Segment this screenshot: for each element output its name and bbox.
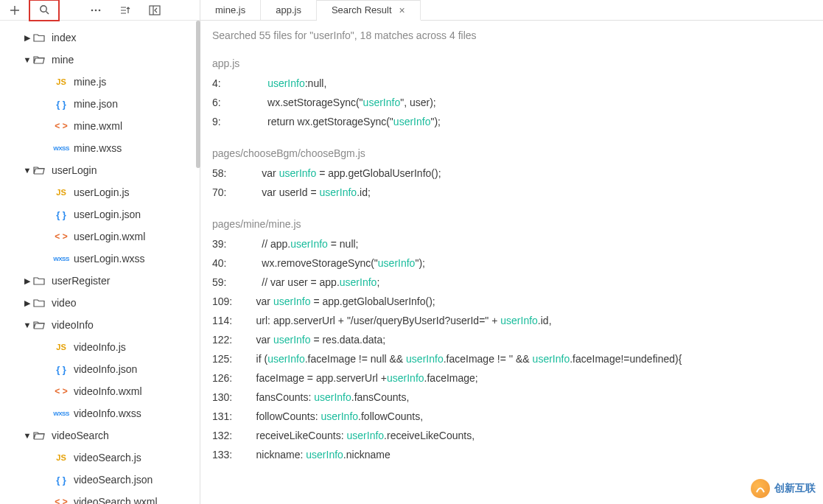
file-userLogin.wxss[interactable]: WXSSuserLogin.wxss	[0, 248, 200, 270]
json-file-icon: { }	[55, 475, 68, 486]
line-number: 125:	[212, 349, 245, 368]
line-number: 130:	[212, 388, 245, 407]
tree-item-label: userLogin.wxss	[74, 253, 145, 265]
tree-item-label: videoSearch.json	[74, 474, 153, 486]
caret-down-icon[interactable]: ▼	[22, 321, 32, 329]
file-mine.wxss[interactable]: WXSSmine.wxss	[0, 137, 200, 159]
line-number: 126:	[212, 368, 245, 388]
scrollbar-thumb[interactable]	[196, 21, 200, 168]
sidebar-toolbar	[0, 0, 200, 21]
folder-userRegister[interactable]: ▶userRegister	[0, 270, 200, 292]
result-line[interactable]: 58: var userInfo = app.getGlobalUserInfo…	[212, 164, 811, 183]
result-line[interactable]: 132: receiveLikeCounts: userInfo.receive…	[212, 426, 811, 445]
file-userLogin.json[interactable]: { }userLogin.json	[0, 203, 200, 225]
line-number: 109:	[212, 292, 245, 311]
json-file-icon: { }	[55, 99, 68, 110]
js-file-icon: JS	[55, 188, 68, 197]
result-file-name[interactable]: pages/mine/mine.js	[212, 218, 811, 230]
result-line[interactable]: 125: if (userInfo.faceImage != null && u…	[212, 349, 811, 368]
result-line[interactable]: 109: var userInfo = app.getGlobalUserInf…	[212, 292, 811, 311]
result-file-group: pages/chooseBgm/chooseBgm.js58: var user…	[212, 147, 811, 202]
file-videoInfo.json[interactable]: { }videoInfo.json	[0, 358, 200, 380]
tree-item-label: videoInfo.wxml	[74, 385, 142, 397]
tree-item-label: userLogin	[52, 164, 97, 176]
tab-mine.js[interactable]: mine.js	[200, 0, 261, 20]
svg-point-2	[95, 9, 97, 11]
folder-icon	[32, 320, 46, 330]
result-file-name[interactable]: app.js	[212, 57, 811, 69]
line-number: 9:	[212, 112, 245, 131]
file-videoInfo.wxss[interactable]: WXSSvideoInfo.wxss	[0, 402, 200, 424]
caret-down-icon[interactable]: ▼	[22, 166, 32, 175]
wxml-file-icon: < >	[55, 121, 68, 131]
file-mine.json[interactable]: { }mine.json	[0, 93, 200, 115]
file-mine.wxml[interactable]: < >mine.wxml	[0, 115, 200, 137]
file-videoSearch.js[interactable]: JSvideoSearch.js	[0, 447, 200, 469]
close-icon[interactable]: ×	[399, 4, 405, 16]
folder-video[interactable]: ▶video	[0, 292, 200, 314]
tab-search-result[interactable]: Search Result×	[317, 0, 421, 21]
caret-right-icon[interactable]: ▶	[22, 33, 32, 43]
result-file-name[interactable]: pages/chooseBgm/chooseBgm.js	[212, 147, 811, 159]
result-line[interactable]: 39: // app.userInfo = null;	[212, 234, 811, 253]
file-userLogin.js[interactable]: JSuserLogin.js	[0, 181, 200, 203]
watermark: 创新互联	[751, 479, 816, 498]
file-videoSearch.wxml[interactable]: < >videoSearch.wxml	[0, 491, 200, 504]
tab-app.js[interactable]: app.js	[261, 0, 317, 20]
caret-right-icon[interactable]: ▶	[22, 276, 32, 286]
result-line[interactable]: 126: faceImage = app.serverUrl +userInfo…	[212, 368, 811, 388]
code-text: url: app.serverUrl + "/user/queryByUserI…	[245, 311, 552, 330]
folder-userLogin[interactable]: ▼userLogin	[0, 159, 200, 181]
file-videoInfo.wxml[interactable]: < >videoInfo.wxml	[0, 380, 200, 402]
json-file-icon: { }	[55, 364, 68, 375]
file-userLogin.wxml[interactable]: < >userLogin.wxml	[0, 225, 200, 248]
svg-point-3	[99, 9, 101, 11]
line-number: 132:	[212, 426, 245, 445]
folder-index[interactable]: ▶index	[0, 27, 200, 49]
js-file-icon: JS	[55, 343, 68, 351]
caret-down-icon[interactable]: ▼	[22, 55, 32, 64]
tree-item-label: videoInfo	[52, 319, 94, 331]
result-line[interactable]: 70: var userId = userInfo.id;	[212, 183, 811, 202]
file-videoSearch.json[interactable]: { }videoSearch.json	[0, 469, 200, 491]
tree-item-label: videoInfo.json	[74, 363, 137, 375]
result-line[interactable]: 130: fansCounts: userInfo.fansCounts,	[212, 388, 811, 407]
result-line[interactable]: 122: var userInfo = res.data.data;	[212, 330, 811, 349]
file-videoInfo.js[interactable]: JSvideoInfo.js	[0, 336, 200, 358]
tree-item-label: mine.json	[74, 98, 118, 110]
tree-item-label: mine.js	[74, 76, 106, 88]
folder-icon	[32, 55, 46, 65]
result-line[interactable]: 40: wx.removeStorageSync("userInfo");	[212, 253, 811, 273]
code-text: var userId = userInfo.id;	[245, 183, 371, 202]
code-text: wx.removeStorageSync("userInfo");	[245, 253, 425, 273]
folder-videoInfo[interactable]: ▼videoInfo	[0, 314, 200, 336]
file-mine.js[interactable]: JSmine.js	[0, 71, 200, 93]
result-line[interactable]: 6: wx.setStorageSync("userInfo", user);	[212, 93, 811, 112]
line-number: 6:	[212, 93, 245, 112]
result-line[interactable]: 114: url: app.serverUrl + "/user/queryBy…	[212, 311, 811, 330]
folder-videoSearch[interactable]: ▼videoSearch	[0, 424, 200, 447]
result-line[interactable]: 4: userInfo:null,	[212, 74, 811, 93]
tree-item-label: userLogin.js	[74, 186, 130, 198]
collapse-icon[interactable]	[111, 0, 140, 21]
wxss-file-icon: WXSS	[55, 256, 68, 262]
plus-icon[interactable]	[0, 0, 29, 21]
result-line[interactable]: 59: // var user = app.userInfo;	[212, 273, 811, 292]
folder-icon	[32, 32, 46, 43]
search-summary: Searched 55 files for "userInfo", 18 mat…	[212, 29, 811, 41]
hide-panel-icon[interactable]	[140, 0, 169, 21]
watermark-text: 创新互联	[774, 482, 816, 495]
result-line[interactable]: 9: return wx.getStorageSync("userInfo");	[212, 112, 811, 131]
code-text: if (userInfo.faceImage != null && userIn…	[245, 349, 682, 368]
caret-right-icon[interactable]: ▶	[22, 298, 32, 308]
folder-mine[interactable]: ▼mine	[0, 49, 200, 71]
code-text: fansCounts: userInfo.fansCounts,	[245, 388, 409, 407]
result-line[interactable]: 131: followCounts: userInfo.followCounts…	[212, 407, 811, 426]
js-file-icon: JS	[55, 453, 68, 462]
search-icon[interactable]	[29, 0, 59, 21]
caret-down-icon[interactable]: ▼	[22, 431, 32, 440]
code-text: followCounts: userInfo.followCounts,	[245, 407, 423, 426]
code-text: faceImage = app.serverUrl +userInfo.face…	[245, 368, 478, 388]
result-line[interactable]: 133: nickname: userInfo.nickname	[212, 445, 811, 464]
more-icon[interactable]	[81, 0, 111, 21]
